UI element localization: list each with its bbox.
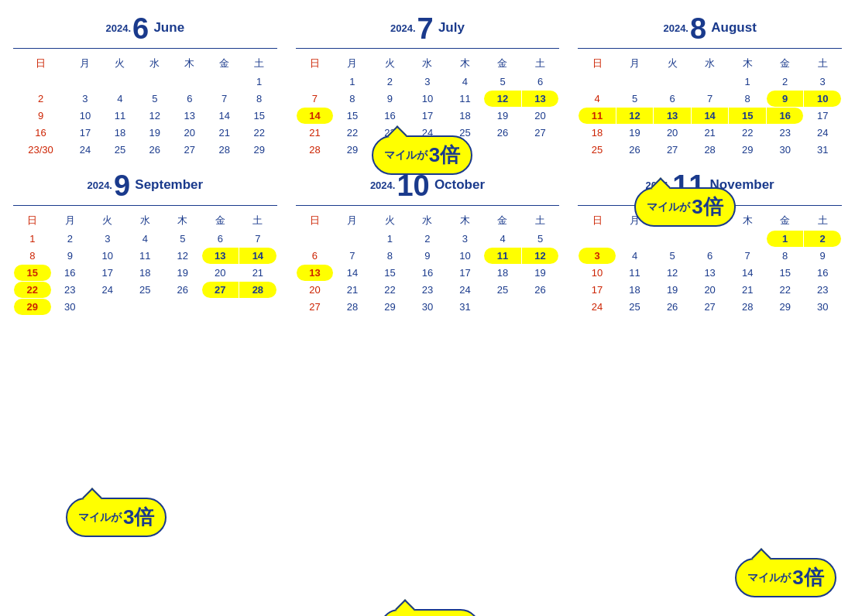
day-september-w1-d5: 13 bbox=[202, 248, 239, 264]
day-july-w1-d5: 12 bbox=[484, 91, 521, 107]
day-september-w2-d4: 19 bbox=[164, 265, 201, 281]
day-august-w3-d4: 22 bbox=[729, 125, 766, 141]
header-金: 金 bbox=[484, 211, 521, 230]
day-june-w1-d4: 6 bbox=[173, 91, 207, 107]
day-november-w4-d4: 28 bbox=[729, 299, 766, 315]
header-水: 水 bbox=[692, 54, 729, 73]
day-august-w3-d0: 18 bbox=[579, 125, 616, 141]
day-november-w4-d3: 27 bbox=[692, 299, 729, 315]
day-october-w0-d2: 1 bbox=[372, 231, 409, 247]
day-july-w4-d6 bbox=[522, 142, 559, 158]
month-title-june: 2024.6 June bbox=[13, 14, 277, 49]
day-october-w0-d3: 2 bbox=[409, 231, 446, 247]
day-june-w4-d0: 23/30 bbox=[14, 142, 67, 158]
day-october-w4-d1: 28 bbox=[334, 299, 371, 315]
day-october-w3-d6: 26 bbox=[522, 282, 559, 298]
day-july-w1-d1: 8 bbox=[334, 91, 371, 107]
header-金: 金 bbox=[767, 211, 804, 230]
header-月: 月 bbox=[334, 211, 371, 230]
day-september-w3-d4: 26 bbox=[164, 282, 201, 298]
day-august-w3-d6: 24 bbox=[804, 125, 841, 141]
day-june-w1-d1: 3 bbox=[68, 91, 102, 107]
header-日: 日 bbox=[579, 54, 616, 73]
day-november-w0-d4 bbox=[729, 231, 766, 247]
month-june: 2024.6 June日月火水木金土1234567891011121314151… bbox=[4, 8, 287, 165]
day-june-w4-d1: 24 bbox=[68, 142, 102, 158]
day-october-w3-d5: 25 bbox=[484, 282, 521, 298]
day-november-w0-d2 bbox=[654, 231, 691, 247]
day-november-w1-d1: 4 bbox=[616, 248, 654, 264]
day-november-w2-d1: 11 bbox=[616, 265, 654, 281]
day-july-w0-d5: 5 bbox=[484, 74, 521, 90]
day-july-w2-d0: 14 bbox=[297, 108, 334, 124]
day-november-w0-d1 bbox=[616, 231, 654, 247]
day-october-w2-d4: 17 bbox=[447, 265, 484, 281]
day-july-w2-d1: 15 bbox=[334, 108, 371, 124]
day-august-w3-d2: 20 bbox=[654, 125, 691, 141]
day-september-w2-d6: 21 bbox=[239, 265, 276, 281]
day-november-w4-d5: 29 bbox=[767, 299, 804, 315]
day-october-w0-d4: 3 bbox=[447, 231, 484, 247]
day-october-w4-d3: 30 bbox=[409, 299, 446, 315]
day-november-w0-d6: 2 bbox=[804, 231, 841, 247]
day-july-w0-d2: 2 bbox=[372, 74, 409, 90]
day-september-w1-d2: 10 bbox=[89, 248, 126, 264]
day-november-w1-d4: 7 bbox=[729, 248, 766, 264]
day-august-w0-d1 bbox=[616, 74, 654, 90]
day-november-w4-d0: 24 bbox=[579, 299, 616, 315]
day-october-w4-d5 bbox=[484, 299, 521, 315]
header-月: 月 bbox=[52, 211, 89, 230]
day-august-w1-d2: 6 bbox=[654, 91, 691, 107]
day-august-w2-d5: 16 bbox=[767, 108, 804, 124]
day-september-w4-d6 bbox=[239, 299, 276, 315]
day-october-w2-d1: 14 bbox=[334, 265, 371, 281]
header-土: 土 bbox=[522, 211, 559, 230]
day-june-w3-d5: 21 bbox=[208, 125, 242, 141]
day-june-w1-d5: 7 bbox=[208, 91, 242, 107]
day-june-w2-d6: 15 bbox=[242, 108, 276, 124]
day-august-w1-d3: 7 bbox=[692, 91, 729, 107]
header-土: 土 bbox=[239, 211, 276, 230]
day-july-w0-d0 bbox=[297, 74, 334, 90]
day-october-w1-d1: 7 bbox=[334, 248, 371, 264]
cal-table-june: 日月火水木金土123456789101112131415161718192021… bbox=[13, 53, 277, 159]
day-june-w0-d6: 1 bbox=[242, 74, 276, 90]
header-月: 月 bbox=[334, 54, 371, 73]
day-august-w4-d2: 27 bbox=[654, 142, 691, 158]
day-november-w0-d3 bbox=[692, 231, 729, 247]
day-october-w1-d4: 10 bbox=[447, 248, 484, 264]
day-july-w3-d1: 22 bbox=[334, 125, 371, 141]
day-october-w2-d5: 18 bbox=[484, 265, 521, 281]
header-土: 土 bbox=[242, 54, 276, 73]
day-august-w0-d4: 1 bbox=[729, 74, 766, 90]
day-june-w2-d3: 12 bbox=[138, 108, 172, 124]
day-september-w2-d1: 16 bbox=[52, 265, 89, 281]
day-october-w2-d2: 15 bbox=[372, 265, 409, 281]
day-september-w0-d0: 1 bbox=[14, 231, 51, 247]
day-august-w4-d1: 26 bbox=[616, 142, 654, 158]
day-october-w3-d1: 21 bbox=[334, 282, 371, 298]
month-title-july: 2024.7 July bbox=[296, 14, 560, 49]
day-july-w1-d4: 11 bbox=[447, 91, 484, 107]
day-september-w3-d0: 22 bbox=[14, 282, 51, 298]
day-september-w3-d6: 28 bbox=[239, 282, 276, 298]
day-september-w1-d1: 9 bbox=[52, 248, 89, 264]
header-金: 金 bbox=[202, 211, 239, 230]
day-june-w2-d2: 11 bbox=[103, 108, 137, 124]
day-november-w2-d6: 16 bbox=[804, 265, 841, 281]
header-金: 金 bbox=[767, 54, 804, 73]
day-november-w2-d3: 13 bbox=[692, 265, 729, 281]
bubble-july: マイルが3倍 bbox=[372, 135, 472, 175]
cal-table-october: 日月火水木金土123456789101112131415161718192021… bbox=[296, 210, 560, 316]
header-月: 月 bbox=[616, 54, 654, 73]
day-september-w0-d6: 7 bbox=[239, 231, 276, 247]
day-october-w1-d0: 6 bbox=[297, 248, 334, 264]
day-november-w3-d0: 17 bbox=[579, 282, 616, 298]
header-土: 土 bbox=[522, 54, 559, 73]
header-火: 火 bbox=[654, 54, 691, 73]
day-september-w4-d1: 30 bbox=[52, 299, 89, 315]
day-july-w3-d5: 26 bbox=[484, 125, 521, 141]
day-september-w4-d3 bbox=[127, 299, 164, 315]
day-september-w1-d4: 12 bbox=[164, 248, 201, 264]
day-october-w1-d3: 9 bbox=[409, 248, 446, 264]
